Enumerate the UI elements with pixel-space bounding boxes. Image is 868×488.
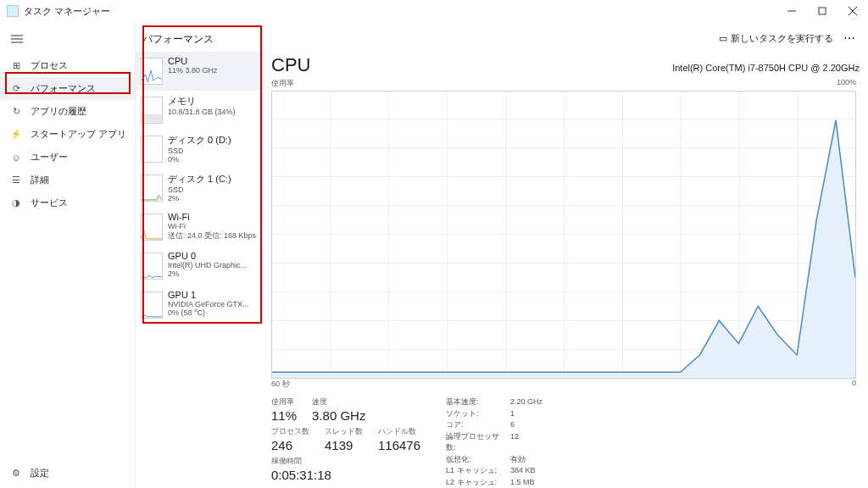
svg-marker-8	[272, 120, 855, 378]
maximize-button[interactable]	[807, 1, 837, 21]
history-icon: ↻	[10, 106, 22, 118]
speed-val: 3.80 GHz	[312, 408, 365, 423]
perf-name: CPU	[168, 56, 218, 66]
performance-sidebar: パフォーマンス CPU11% 3.80 GHz メモリ10.8/31.8 GB …	[136, 22, 263, 488]
usage-val: 11%	[271, 408, 297, 423]
nav-label: スタートアップ アプリ	[31, 128, 126, 141]
app-icon	[7, 5, 19, 17]
perf-sub: SSD	[168, 186, 231, 194]
services-icon: ◑	[10, 197, 22, 209]
more-button[interactable]: ⋯	[840, 31, 860, 45]
svg-rect-1	[819, 8, 826, 14]
perf-gpu1[interactable]: GPU 1NVIDIA GeForce GTX...0% (58 °C)	[136, 286, 263, 324]
nav-users[interactable]: ☺ ユーザー	[0, 146, 135, 169]
nav-settings[interactable]: ⚙ 設定	[10, 467, 49, 480]
perf-name: メモリ	[168, 95, 236, 108]
disk0-mini-chart	[141, 136, 163, 163]
cpu-title: CPU	[271, 54, 310, 76]
v-virt: 有効	[510, 454, 526, 466]
perf-memory[interactable]: メモリ10.8/31.8 GB (34%)	[136, 91, 263, 130]
gpu0-mini-chart	[141, 252, 163, 280]
perf-sub: 11% 3.80 GHz	[168, 66, 218, 75]
k-base: 基本速度:	[446, 396, 505, 408]
nav-history[interactable]: ↻ アプリの履歴	[0, 100, 135, 123]
close-button[interactable]	[837, 1, 868, 21]
nav-label: サービス	[31, 197, 68, 209]
chart-icon: ⟳	[10, 83, 22, 95]
new-task-label: 新しいタスクを実行する	[731, 32, 833, 45]
thr-val: 4139	[325, 438, 363, 452]
nav-services[interactable]: ◑ サービス	[0, 191, 135, 214]
v-core: 6	[510, 419, 515, 431]
x-left: 60 秒	[271, 379, 290, 390]
performance-heading: パフォーマンス	[136, 29, 263, 52]
perf-name: Wi-Fi	[168, 212, 256, 222]
new-task-button[interactable]: ▭ 新しいタスクを実行する	[719, 32, 833, 45]
x-right: 0	[852, 379, 856, 390]
hnd-val: 116476	[378, 438, 420, 452]
nav-details[interactable]: ☰ 詳細	[0, 169, 135, 191]
minimize-button[interactable]	[776, 1, 807, 21]
perf-sub2: 送信: 24.0 受信: 168 Kbps	[168, 230, 256, 241]
k-l1: L1 キャッシュ:	[446, 465, 505, 477]
v-l1: 384 KB	[510, 465, 536, 477]
perf-disk1[interactable]: ディスク 1 (C:)SSD2%	[136, 169, 263, 208]
perf-sub: SSD	[168, 147, 231, 155]
gpu1-mini-chart	[141, 291, 163, 319]
proc-val: 246	[271, 438, 309, 452]
grid-icon: ⊞	[10, 60, 22, 72]
startup-icon: ⚡	[10, 129, 22, 141]
nav-label: ユーザー	[31, 151, 68, 164]
title-bar: タスク マネージャー	[0, 0, 868, 22]
main-panel: ▭ 新しいタスクを実行する ⋯ CPU Intel(R) Core(TM) i7…	[263, 22, 868, 488]
perf-sub: Wi-Fi	[168, 222, 256, 230]
memory-mini-chart	[141, 97, 163, 124]
perf-sub2: 2%	[168, 194, 231, 202]
perf-cpu[interactable]: CPU11% 3.80 GHz	[136, 52, 263, 91]
v-sock: 1	[510, 408, 515, 420]
proc-lbl: プロセス数	[271, 426, 309, 437]
perf-name: ディスク 1 (C:)	[168, 173, 231, 186]
perf-name: GPU 1	[168, 290, 249, 300]
y-top: 100%	[837, 78, 856, 89]
hamburger-button[interactable]	[3, 27, 31, 51]
k-sock: ソケット:	[446, 408, 505, 420]
perf-name: GPU 0	[168, 251, 247, 261]
perf-wifi[interactable]: Wi-FiWi-Fi送信: 24.0 受信: 168 Kbps	[136, 208, 263, 247]
speed-lbl: 速度	[312, 396, 365, 408]
perf-sub2: 0%	[168, 155, 231, 164]
thr-lbl: スレッド数	[325, 426, 363, 437]
up-val: 0:05:31:18	[271, 468, 420, 482]
k-log: 論理プロセッサ数:	[446, 431, 505, 454]
perf-sub2: 0% (58 °C)	[168, 308, 249, 317]
users-icon: ☺	[10, 152, 22, 164]
run-icon: ▭	[719, 33, 727, 44]
v-l2: 1.5 MB	[510, 477, 535, 489]
nav-label: 詳細	[31, 174, 49, 186]
v-log: 12	[510, 431, 519, 454]
up-lbl: 稼働時間	[271, 456, 420, 467]
disk1-mini-chart	[141, 175, 163, 202]
perf-disk0[interactable]: ディスク 0 (D:)SSD0%	[136, 130, 263, 169]
nav-label: パフォーマンス	[31, 82, 96, 95]
k-virt: 仮想化:	[446, 454, 505, 466]
perf-name: ディスク 0 (D:)	[168, 134, 231, 147]
nav-startup[interactable]: ⚡ スタートアップ アプリ	[0, 123, 135, 146]
perf-sub: 10.8/31.8 GB (34%)	[168, 108, 236, 116]
wifi-mini-chart	[141, 214, 163, 241]
left-sidebar: ⊞ プロセス ⟳ パフォーマンス ↻ アプリの履歴 ⚡ スタートアップ アプリ …	[0, 22, 136, 488]
window-title: タスク マネージャー	[24, 5, 776, 18]
cpu-chart	[271, 91, 856, 379]
nav-performance[interactable]: ⟳ パフォーマンス	[0, 77, 135, 100]
perf-sub: Intel(R) UHD Graphic...	[168, 261, 247, 269]
perf-gpu0[interactable]: GPU 0Intel(R) UHD Graphic...2%	[136, 247, 263, 286]
nav-label: プロセス	[31, 59, 68, 72]
hnd-lbl: ハンドル数	[378, 426, 420, 437]
usage-lbl: 使用率	[271, 396, 297, 408]
perf-sub2: 2%	[168, 269, 247, 278]
k-l2: L2 キャッシュ:	[446, 477, 505, 489]
nav-processes[interactable]: ⊞ プロセス	[0, 54, 135, 77]
v-base: 2.20 GHz	[510, 396, 542, 408]
nav-label: アプリの履歴	[31, 105, 86, 118]
cpu-model: Intel(R) Core(TM) i7-8750H CPU @ 2.20GHz	[672, 63, 860, 73]
